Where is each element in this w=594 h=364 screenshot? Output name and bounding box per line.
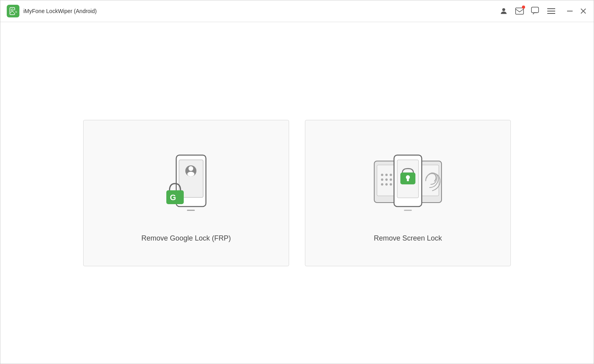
svg-point-27 [385, 178, 388, 181]
chat-icon[interactable] [531, 7, 540, 15]
close-button[interactable] [579, 7, 587, 15]
svg-text:G: G [15, 11, 17, 13]
screen-lock-card-label: Remove Screen Lock [374, 234, 442, 243]
svg-point-23 [381, 174, 383, 176]
svg-text:G: G [170, 193, 176, 202]
app-window: G iMyFone LockWiper (Android) [0, 0, 594, 364]
app-logo: G [7, 5, 19, 17]
svg-point-26 [381, 178, 383, 181]
minimize-button[interactable] [566, 7, 574, 15]
window-controls [566, 7, 587, 15]
mail-badge [522, 6, 525, 9]
svg-rect-38 [407, 178, 409, 181]
svg-rect-5 [516, 8, 524, 14]
title-bar-left: G iMyFone LockWiper (Android) [7, 5, 499, 17]
svg-rect-39 [404, 210, 412, 211]
main-content: G Remove Google Lock (FRP) [0, 22, 594, 364]
mail-icon[interactable] [515, 7, 524, 15]
title-bar-right [499, 7, 587, 15]
svg-rect-6 [531, 7, 539, 13]
svg-point-24 [385, 174, 388, 176]
svg-point-4 [502, 8, 505, 11]
user-icon[interactable] [499, 7, 508, 15]
frp-icon-area: G [147, 143, 226, 222]
menu-icon[interactable] [547, 7, 556, 15]
frp-card[interactable]: G Remove Google Lock (FRP) [83, 120, 289, 266]
svg-point-17 [187, 172, 194, 176]
svg-point-30 [385, 183, 388, 186]
svg-point-29 [381, 183, 383, 186]
svg-point-25 [390, 174, 392, 176]
screen-lock-icon-area [368, 143, 447, 222]
frp-card-label: Remove Google Lock (FRP) [141, 234, 231, 243]
cards-container: G Remove Google Lock (FRP) [83, 120, 511, 266]
svg-rect-18 [187, 210, 195, 211]
screen-lock-card[interactable]: Remove Screen Lock [305, 120, 511, 266]
svg-point-16 [188, 166, 193, 171]
title-bar: G iMyFone LockWiper (Android) [0, 0, 594, 22]
app-title: iMyFone LockWiper (Android) [23, 8, 97, 14]
svg-point-31 [390, 183, 392, 186]
svg-point-1 [11, 9, 13, 11]
svg-point-28 [390, 178, 392, 181]
